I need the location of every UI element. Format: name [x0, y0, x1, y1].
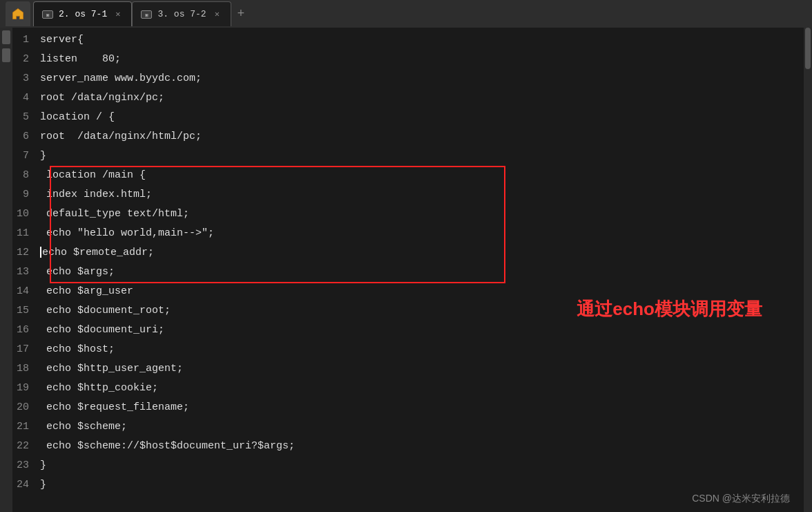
code-line: 20 echo $request_filename;	[12, 398, 804, 417]
terminal-icon-2: ▣	[141, 10, 152, 19]
handle-2[interactable]	[2, 48, 10, 62]
code-line: 23}	[12, 456, 804, 475]
code-line: 13 echo $args;	[12, 263, 804, 282]
tab-os7-1[interactable]: ▣ 2. os 7-1 ✕	[33, 1, 132, 26]
line-number: 20	[12, 398, 40, 417]
line-content: server{	[40, 30, 804, 50]
line-content: default_type text/html;	[40, 205, 804, 224]
code-line: 2listen 80;	[12, 50, 804, 69]
line-number: 17	[12, 340, 40, 359]
code-line: 3server_name www.byydc.com;	[12, 69, 804, 88]
line-number: 6	[12, 127, 40, 146]
code-line: 24}	[12, 475, 804, 495]
line-number: 11	[12, 224, 40, 243]
code-lines: 1server{2listen 80;3server_name www.byyd…	[12, 28, 804, 497]
code-line: 5location / {	[12, 108, 804, 127]
code-line: 10 default_type text/html;	[12, 205, 804, 224]
line-number: 1	[12, 30, 40, 50]
line-number: 19	[12, 379, 40, 398]
scroll-indicator[interactable]	[804, 28, 812, 512]
line-content: }	[40, 456, 804, 475]
watermark: CSDN @达米安利拉德	[692, 493, 790, 505]
sidebar-handles	[0, 28, 12, 512]
home-icon	[11, 7, 25, 21]
line-content: echo $scheme;	[40, 417, 804, 437]
line-content: listen 80;	[40, 50, 804, 69]
line-content: echo "hello world,main-->";	[40, 224, 804, 243]
code-line: 17 echo $host;	[12, 340, 804, 359]
line-number: 2	[12, 50, 40, 69]
terminal-icon-1: ▣	[42, 10, 53, 19]
line-content: root /data/nginx/html/pc;	[40, 127, 804, 146]
tab-close-2[interactable]: ✕	[212, 8, 222, 21]
code-line: 18 echo $http_user_agent;	[12, 359, 804, 379]
line-content: echo $host;	[40, 340, 804, 359]
tab-bar: ▣ 2. os 7-1 ✕ ▣ 3. os 7-2 ✕ +	[0, 0, 812, 28]
line-content: echo $request_filename;	[40, 398, 804, 417]
line-content: location / {	[40, 108, 804, 127]
line-number: 22	[12, 437, 40, 456]
line-content: server_name www.byydc.com;	[40, 69, 804, 88]
code-line: 7}	[12, 146, 804, 166]
line-number: 15	[12, 301, 40, 321]
line-number: 24	[12, 475, 40, 495]
line-number: 3	[12, 69, 40, 88]
tab-os7-2[interactable]: ▣ 3. os 7-2 ✕	[132, 1, 231, 26]
home-tab[interactable]	[6, 1, 30, 26]
line-content: root /data/nginx/pc;	[40, 88, 804, 108]
line-content: echo $http_cookie;	[40, 379, 804, 398]
code-area[interactable]: 1server{2listen 80;3server_name www.byyd…	[12, 28, 804, 512]
line-content: location /main {	[40, 166, 804, 185]
line-content: echo $scheme://$host$document_uri?$args;	[40, 437, 804, 456]
annotation-text: 通过echo模块调用变量	[577, 297, 762, 321]
code-line: 6root /data/nginx/html/pc;	[12, 127, 804, 146]
code-line: 19 echo $http_cookie;	[12, 379, 804, 398]
handle-1[interactable]	[2, 30, 10, 44]
line-content: echo $document_uri;	[40, 321, 804, 340]
code-line: 11 echo "hello world,main-->";	[12, 224, 804, 243]
line-number: 14	[12, 282, 40, 301]
code-line: 8 location /main {	[12, 166, 804, 185]
code-line: 1server{	[12, 30, 804, 50]
code-line: 9 index index.html;	[12, 185, 804, 205]
code-line: 22 echo $scheme://$host$document_uri?$ar…	[12, 437, 804, 456]
scroll-thumb[interactable]	[805, 28, 811, 69]
line-number: 4	[12, 88, 40, 108]
main-content: 1server{2listen 80;3server_name www.byyd…	[0, 28, 812, 512]
line-content: echo $http_user_agent;	[40, 359, 804, 379]
line-number: 8	[12, 166, 40, 185]
line-number: 23	[12, 456, 40, 475]
line-number: 21	[12, 417, 40, 437]
line-content: echo $args;	[40, 263, 804, 282]
line-number: 9	[12, 185, 40, 205]
new-tab-button[interactable]: +	[231, 4, 251, 23]
text-cursor	[40, 247, 41, 258]
line-content: }	[40, 475, 804, 495]
code-line: 21 echo $scheme;	[12, 417, 804, 437]
code-line: 12echo $remote_addr;	[12, 243, 804, 263]
line-content: echo $remote_addr;	[40, 243, 804, 263]
line-number: 18	[12, 359, 40, 379]
line-number: 12	[12, 243, 40, 263]
line-number: 10	[12, 205, 40, 224]
tab-label-1: 2. os 7-1	[59, 9, 107, 19]
code-line: 4root /data/nginx/pc;	[12, 88, 804, 108]
line-number: 7	[12, 146, 40, 166]
code-line: 16 echo $document_uri;	[12, 321, 804, 340]
line-content: index index.html;	[40, 185, 804, 205]
tab-label-2: 3. os 7-2	[157, 9, 206, 19]
line-content: }	[40, 146, 804, 166]
line-number: 13	[12, 263, 40, 282]
line-number: 5	[12, 108, 40, 127]
line-number: 16	[12, 321, 40, 340]
tab-close-1[interactable]: ✕	[113, 8, 123, 21]
